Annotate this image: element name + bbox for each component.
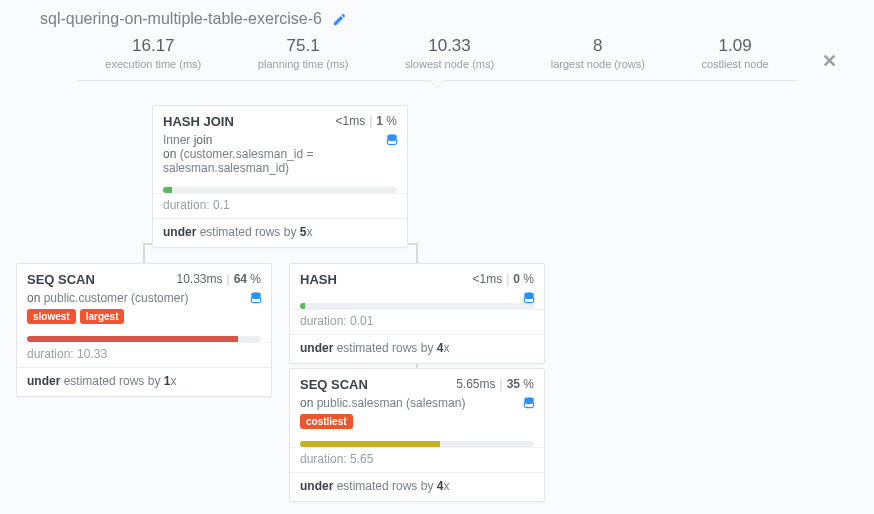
stat-largest: 8 largest node (rows)	[551, 36, 645, 70]
node-body: Inner join on (customer.salesman_id = sa…	[153, 131, 407, 183]
stat-value: 1.09	[701, 36, 768, 56]
node-title: SEQ SCAN	[27, 272, 95, 287]
edit-icon[interactable]	[332, 12, 347, 27]
node-title: HASH	[300, 272, 337, 287]
stat-value: 8	[551, 36, 645, 56]
node-body: on public.customer (customer) slowest la…	[17, 289, 271, 332]
stat-value: 10.33	[405, 36, 494, 56]
estimate-line: under estimated rows by 5x	[153, 218, 407, 247]
database-icon	[522, 396, 536, 410]
node-seq-scan-salesman[interactable]: SEQ SCAN 5.65ms|35 % on public.salesman …	[289, 368, 545, 502]
tags: slowest largest	[27, 309, 261, 324]
stat-label: slowest node (ms)	[405, 58, 494, 70]
database-icon	[385, 133, 399, 147]
node-title: SEQ SCAN	[300, 377, 368, 392]
page-title: sql-quering-on-multiple-table-exercise-6	[0, 0, 874, 28]
duration-line: duration: 0.1	[153, 193, 407, 218]
node-body: on public.salesman (salesman) costliest	[290, 394, 544, 437]
stat-label: costliest node	[701, 58, 768, 70]
node-stats: <1ms|1 %	[335, 114, 397, 129]
tag-largest: largest	[80, 309, 125, 324]
stat-label: largest node (rows)	[551, 58, 645, 70]
stat-exec-time: 16.17 execution time (ms)	[105, 36, 201, 70]
estimate-line: under estimated rows by 4x	[290, 472, 544, 501]
connector	[416, 243, 418, 263]
close-icon[interactable]: ✕	[822, 50, 837, 72]
stat-slowest: 10.33 slowest node (ms)	[405, 36, 494, 70]
node-stats: 5.65ms|35 %	[456, 377, 534, 392]
connector	[143, 243, 145, 263]
plan-name: sql-quering-on-multiple-table-exercise-6	[40, 10, 322, 28]
tag-slowest: slowest	[27, 309, 76, 324]
database-icon	[522, 291, 536, 305]
duration-line: duration: 5.65	[290, 447, 544, 472]
plan-tree: HASH JOIN <1ms|1 % Inner join on (custom…	[0, 105, 874, 505]
stat-costliest: 1.09 costliest node	[701, 36, 768, 70]
node-stats: 10.33ms|64 %	[176, 272, 261, 287]
node-title: HASH JOIN	[163, 114, 234, 129]
node-hash[interactable]: HASH <1ms|0 % duration: 0.01 under estim…	[289, 263, 545, 364]
tag-costliest: costliest	[300, 414, 353, 429]
stat-value: 75.1	[258, 36, 348, 56]
pointer-down-icon	[429, 80, 445, 88]
duration-line: duration: 10.33	[17, 342, 271, 367]
stat-label: planning time (ms)	[258, 58, 348, 70]
estimate-line: under estimated rows by 4x	[290, 334, 544, 363]
stat-label: execution time (ms)	[105, 58, 201, 70]
node-body	[290, 289, 544, 299]
node-stats: <1ms|0 %	[472, 272, 534, 287]
tags: costliest	[300, 414, 534, 429]
node-hash-join[interactable]: HASH JOIN <1ms|1 % Inner join on (custom…	[152, 105, 408, 248]
estimate-line: under estimated rows by 1x	[17, 367, 271, 396]
stats-bar: 16.17 execution time (ms) 75.1 planning …	[77, 36, 797, 81]
database-icon	[249, 291, 263, 305]
stat-value: 16.17	[105, 36, 201, 56]
node-seq-scan-customer[interactable]: SEQ SCAN 10.33ms|64 % on public.customer…	[16, 263, 272, 397]
duration-line: duration: 0.01	[290, 309, 544, 334]
stat-plan-time: 75.1 planning time (ms)	[258, 36, 348, 70]
